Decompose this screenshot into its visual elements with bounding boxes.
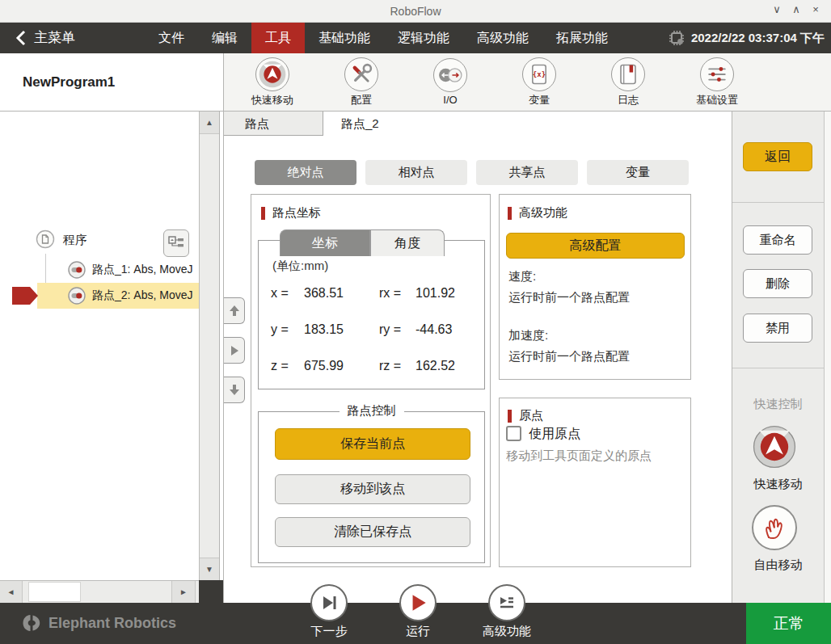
menu-item-edit[interactable]: 编辑 — [198, 23, 251, 53]
origin-card-title: 原点 — [519, 408, 543, 423]
free-move-button[interactable] — [752, 505, 797, 550]
menu-item-basic[interactable]: 基础功能 — [305, 23, 384, 53]
menu-bar: 主菜单 文件 编辑 工具 基础功能 逻辑功能 高级功能 拓展功能 2022/2/… — [0, 23, 831, 53]
datetime-text: 2022/2/22 03:37:04 下午 — [691, 31, 825, 46]
run-label: 运行 — [394, 624, 442, 639]
toolbar-label: 日志 — [618, 93, 639, 107]
type-variable-button[interactable]: 变量 — [587, 160, 689, 185]
toolbar-label: 变量 — [529, 93, 550, 107]
waypoint-1-label: 路点_1: Abs, MoveJ — [92, 263, 193, 277]
sidebar-divider — [732, 368, 824, 368]
tab-waypoint[interactable]: 路点 — [224, 112, 323, 136]
tab-waypoint-2[interactable]: 路点_2 — [323, 112, 732, 136]
type-relative-button[interactable]: 相对点 — [365, 160, 467, 185]
scrollbar-thumb[interactable] — [28, 582, 81, 602]
tree-root-label[interactable]: 程序 — [63, 233, 87, 248]
window-title: RoboFlow — [390, 5, 441, 18]
quick-move-icon — [752, 424, 797, 469]
tree-vertical-scrollbar[interactable]: ▲ ▼ — [199, 112, 220, 580]
advanced-config-button[interactable]: 高级配置 — [506, 233, 685, 259]
tab-angles[interactable]: 角度 — [370, 229, 445, 256]
move-item-up-button[interactable] — [224, 297, 245, 324]
roboflow-window: RoboFlow ∨ ∧ × 主菜单 文件 编辑 工具 基础功能 逻辑功能 高级… — [0, 0, 831, 644]
red-marker — [508, 410, 512, 423]
clear-saved-point-button[interactable]: 清除已保存点 — [275, 517, 470, 547]
tree-horizontal-scrollbar[interactable]: ◄ ► — [0, 580, 199, 603]
run-button[interactable] — [399, 584, 437, 621]
insert-item-button[interactable] — [224, 337, 245, 364]
origin-card: 原点 使用原点 移动到工具页面定义的原点 — [499, 398, 691, 567]
maximize-button[interactable]: ∧ — [787, 3, 805, 15]
close-button[interactable]: × — [807, 3, 825, 15]
menu-item-tools[interactable]: 工具 — [251, 23, 305, 53]
quick-move-button[interactable] — [752, 424, 797, 469]
move-to-point-button[interactable]: 移动到该点 — [275, 474, 470, 504]
sliders-icon — [702, 60, 732, 89]
x-value: 368.51 — [304, 286, 344, 301]
next-step-button[interactable] — [310, 584, 348, 621]
coord-groupbox: (单位:mm) x = 368.51 rx = 101.92 y = 183.1… — [258, 240, 485, 389]
toolbar-variables[interactable]: {x} 变量 — [495, 53, 584, 111]
toolbar-quick-move[interactable]: 快速移动 — [228, 53, 317, 111]
scroll-down-button[interactable]: ▼ — [200, 558, 219, 580]
disable-button[interactable]: 禁用 — [743, 314, 812, 343]
menu-item-file[interactable]: 文件 — [145, 23, 198, 53]
back-button[interactable] — [0, 23, 27, 53]
type-shared-button[interactable]: 共享点 — [476, 160, 578, 185]
menu-item-logic[interactable]: 逻辑功能 — [384, 23, 463, 53]
current-line-arrow-icon — [12, 287, 39, 305]
save-current-point-button[interactable]: 保存当前点 — [275, 428, 470, 460]
rx-label: rx = — [379, 286, 401, 301]
y-value: 183.15 — [304, 322, 344, 337]
sidebar-divider — [732, 202, 824, 203]
scrollbar-corner — [199, 580, 224, 603]
unit-label: (单位:mm) — [272, 259, 328, 274]
toolbar-basic-settings[interactable]: 基础设置 — [673, 53, 761, 111]
tab-coordinates[interactable]: 坐标 — [280, 229, 370, 256]
speed-value: 运行时前一个路点配置 — [508, 290, 630, 305]
menu-item-extend[interactable]: 拓展功能 — [542, 23, 622, 53]
toolbar-log[interactable]: 日志 — [584, 53, 673, 111]
use-origin-checkbox[interactable] — [506, 426, 521, 441]
log-book-icon — [614, 60, 643, 89]
cpu-chip-icon — [667, 28, 686, 48]
toolbar-label: I/O — [443, 94, 457, 106]
back-chevron-icon — [15, 30, 27, 46]
scroll-right-button[interactable]: ► — [171, 581, 196, 603]
scroll-left-button[interactable]: ◄ — [0, 581, 23, 603]
coord-card-title: 路点坐标 — [272, 205, 321, 221]
ry-label: ry = — [379, 322, 401, 337]
return-button[interactable]: 返回 — [743, 142, 812, 171]
sidebar-scroll-track[interactable] — [824, 112, 831, 603]
variables-circle: {x} — [522, 57, 556, 91]
toolbar-label: 基础设置 — [696, 93, 738, 107]
type-absolute-button[interactable]: 绝对点 — [255, 160, 356, 185]
menu-item-main[interactable]: 主菜单 — [34, 23, 75, 53]
program-name: NewProgram1 — [23, 74, 115, 90]
rz-label: rz = — [379, 359, 401, 373]
status-normal-button[interactable]: 正常 — [746, 603, 831, 644]
toolbar-config[interactable]: 配置 — [317, 53, 406, 111]
tree-hierarchy-icon — [167, 235, 185, 251]
origin-hint: 移动到工具页面定义的原点 — [506, 448, 652, 464]
elephant-logo-icon — [21, 612, 42, 633]
toolbar-io[interactable]: I/O — [406, 53, 495, 111]
delete-button[interactable]: 删除 — [743, 269, 812, 298]
advanced-run-button[interactable] — [488, 584, 525, 621]
move-item-down-button[interactable] — [224, 377, 245, 403]
advanced-card-title: 高级功能 — [519, 205, 567, 221]
menu-spacer — [75, 23, 145, 53]
rename-button[interactable]: 重命名 — [743, 225, 812, 255]
tree-expand-button[interactable] — [163, 229, 189, 257]
menu-item-advanced[interactable]: 高级功能 — [463, 23, 542, 53]
quick-move-icon — [258, 60, 287, 89]
tree-item-waypoint-2[interactable]: 路点_2: Abs, MoveJ — [37, 283, 199, 309]
scroll-up-button[interactable]: ▲ — [200, 112, 219, 134]
accel-value: 运行时前一个路点配置 — [508, 349, 630, 364]
minimize-button[interactable]: ∨ — [768, 3, 786, 15]
z-label: z = — [271, 359, 289, 373]
io-link-icon — [436, 61, 465, 90]
card-title-row: 路点坐标 — [261, 205, 321, 221]
tree-item-waypoint-1[interactable]: 路点_1: Abs, MoveJ — [37, 257, 199, 283]
playlist-run-icon — [496, 592, 517, 613]
